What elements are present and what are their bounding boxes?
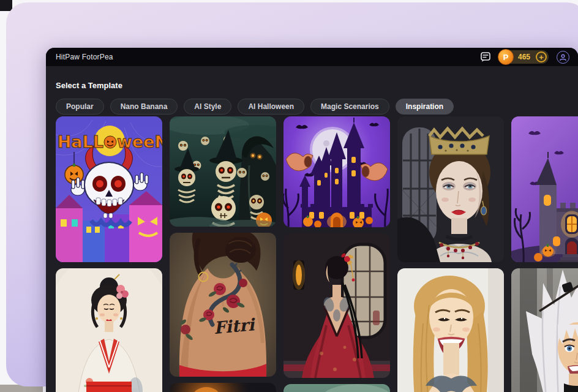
- poster-title-left: HaLL: [58, 132, 103, 151]
- poster-title-right: weeN: [117, 132, 162, 151]
- tattoo-script-text: Fitri: [213, 315, 257, 337]
- template-geisha-back[interactable]: [283, 233, 390, 378]
- credits-count: 465: [516, 53, 532, 61]
- titlebar[interactable]: HitPaw FotorPea P 465 +: [46, 48, 578, 66]
- page-title: Select a Template: [56, 81, 578, 90]
- template-gothic-queen[interactable]: [397, 116, 504, 262]
- add-credits-button[interactable]: +: [536, 51, 547, 62]
- template-partial-dark-pumpkin[interactable]: [170, 383, 276, 392]
- user-avatar-icon[interactable]: [557, 51, 569, 64]
- tab-magic-scenarios[interactable]: Magic Scenarios: [310, 99, 389, 115]
- tab-inspiration[interactable]: Inspiration: [396, 99, 454, 115]
- app-title: HitPaw FotorPea: [56, 53, 113, 61]
- template-haunted-castle-pumpkins[interactable]: [511, 116, 578, 262]
- tab-ai-halloween[interactable]: AI Halloween: [238, 99, 304, 115]
- template-grid: HaLL weeN: [56, 116, 578, 392]
- tab-nano-banana[interactable]: Nano Banana: [110, 99, 178, 115]
- template-punk-white-hair[interactable]: [511, 268, 578, 392]
- tab-ai-style[interactable]: AI Style: [184, 99, 231, 115]
- template-partial-teal-scene[interactable]: [283, 384, 390, 392]
- app-window: HitPaw FotorPea P 465 +: [46, 48, 578, 392]
- template-kimono-woman[interactable]: [56, 268, 162, 392]
- feedback-icon[interactable]: [479, 52, 491, 62]
- template-skeleton-gathering[interactable]: [170, 116, 276, 227]
- credits-badge[interactable]: P 465 +: [499, 50, 549, 64]
- template-back-tattoo-fitri[interactable]: Fitri: [170, 233, 276, 377]
- template-smiling-blonde[interactable]: [397, 268, 504, 392]
- tab-popular[interactable]: Popular: [56, 99, 104, 115]
- template-purple-castle-moon[interactable]: [283, 116, 390, 227]
- template-halloween-skull-poster[interactable]: HaLL weeN: [56, 116, 162, 262]
- screen: HitPaw FotorPea P 465 +: [0, 0, 578, 392]
- template-filter-tabs: Popular Nano Banana AI Style AI Hallowee…: [56, 99, 578, 115]
- coin-icon: P: [498, 49, 514, 65]
